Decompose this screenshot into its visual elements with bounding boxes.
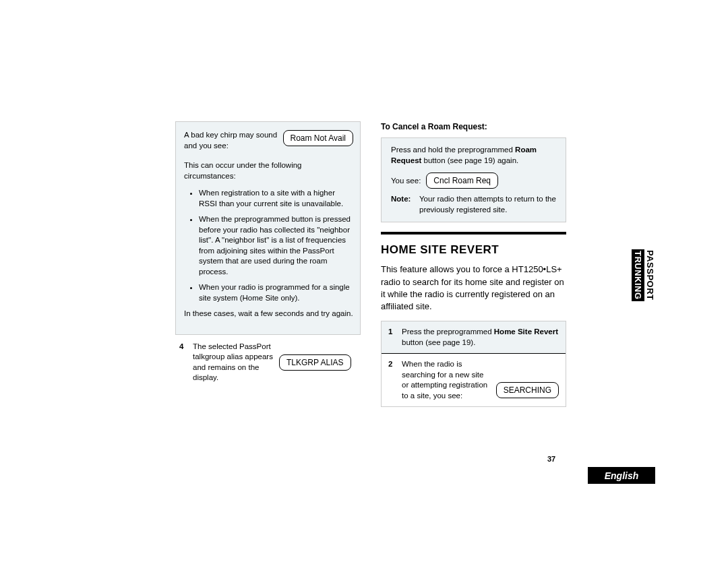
manual-page: A bad key chirp may sound and you see: R… bbox=[175, 121, 566, 407]
step-number: 4 bbox=[179, 342, 187, 383]
note-text: Your radio then attempts to return to th… bbox=[419, 194, 559, 215]
steps-box: 1 Press the preprogrammed Home Site Reve… bbox=[381, 321, 566, 407]
display-searching: SEARCHING bbox=[496, 382, 559, 398]
intro-text-3: In these cases, wait a few seconds and t… bbox=[184, 309, 353, 319]
language-label: English bbox=[588, 468, 655, 484]
you-see-label: You see: bbox=[391, 176, 421, 187]
step-4-row: 4 The selected PassPort talkgroup alias … bbox=[175, 342, 361, 383]
text-frag: Press the preprogrammed bbox=[402, 327, 494, 336]
section-tab: PASSPORT TRUNKING bbox=[632, 249, 655, 301]
step-text: Press the preprogrammed Home Site Revert… bbox=[402, 327, 559, 348]
left-column: A bad key chirp may sound and you see: R… bbox=[175, 121, 361, 407]
tab-line-1: PASSPORT bbox=[645, 250, 655, 301]
text-bold: Home Site Revert bbox=[494, 327, 558, 336]
cancel-roam-heading: To Cancel a Roam Request: bbox=[381, 121, 566, 132]
cancel-instruction: Press and hold the preprogrammed Roam Re… bbox=[391, 145, 559, 166]
language-footer: English bbox=[588, 467, 655, 484]
step-1-row: 1 Press the preprogrammed Home Site Reve… bbox=[382, 321, 566, 353]
right-column: To Cancel a Roam Request: Press and hold… bbox=[381, 121, 566, 407]
step-2-row: 2 When the radio is searching for a new … bbox=[382, 353, 566, 406]
text-frag: button (see page 19). bbox=[402, 338, 475, 346]
circumstances-list: When registration to a site with a highe… bbox=[184, 188, 353, 303]
home-site-revert-heading: HOME SITE REVERT bbox=[381, 243, 566, 258]
note-label: Note: bbox=[391, 194, 415, 215]
step-text: When the radio is searching for a new si… bbox=[402, 359, 491, 401]
text-frag: button (see page 19) again. bbox=[421, 156, 518, 164]
display-cncl-roam-req: Cncl Roam Req bbox=[426, 173, 498, 189]
list-item: When the preprogrammed button is pressed… bbox=[199, 214, 353, 277]
note-row: Note: Your radio then attempts to return… bbox=[391, 194, 559, 215]
columns: A bad key chirp may sound and you see: R… bbox=[175, 121, 566, 407]
list-item: When registration to a site with a highe… bbox=[199, 188, 353, 209]
list-item: When your radio is programmed for a sing… bbox=[199, 282, 353, 303]
step-text: The selected PassPort talkgroup alias ap… bbox=[193, 342, 274, 383]
section-divider bbox=[381, 232, 566, 235]
intro-text-2: This can occur under the following circu… bbox=[184, 160, 353, 181]
display-roam-not-avail: Roam Not Avail bbox=[283, 130, 353, 146]
step-number: 1 bbox=[388, 327, 396, 348]
tab-line-2: TRUNKING bbox=[632, 249, 645, 301]
display-tlkgrp-alias: TLKGRP ALIAS bbox=[279, 354, 351, 371]
intro-text-1: A bad key chirp may sound and you see: bbox=[184, 130, 278, 151]
left-info-box: A bad key chirp may sound and you see: R… bbox=[175, 121, 361, 335]
text-frag: Press and hold the preprogrammed bbox=[391, 146, 515, 154]
page-number: 37 bbox=[547, 455, 555, 463]
step-number: 2 bbox=[388, 359, 396, 401]
section-body: This feature allows you to force a HT125… bbox=[381, 263, 566, 313]
cancel-roam-box: Press and hold the preprogrammed Roam Re… bbox=[381, 137, 566, 222]
